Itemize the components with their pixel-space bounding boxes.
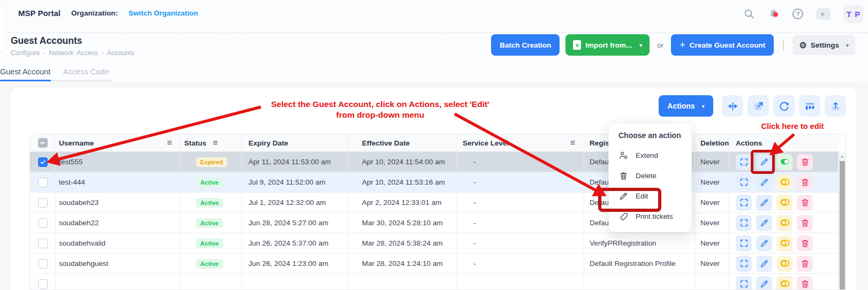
row-delete-button[interactable] <box>797 174 813 190</box>
menu-item-delete[interactable]: Delete <box>609 165 691 186</box>
batch-creation-label: Batch Creation <box>500 41 551 49</box>
row-edit-button[interactable] <box>756 174 772 190</box>
table-scrollbar[interactable]: ▲ <box>838 152 846 290</box>
row-expand-button[interactable] <box>736 154 752 170</box>
cell-effective: Apr 2, 2024 12:33:01 am <box>348 193 457 212</box>
row-delete-button[interactable] <box>797 215 813 231</box>
row-edit-button[interactable] <box>756 154 772 170</box>
table-row-soudabeh22[interactable]: soudabeh22 Active Jun 28, 2024 5:27:00 a… <box>30 213 839 233</box>
open-fullscreen-button[interactable] <box>748 95 769 117</box>
expand-icon <box>739 177 749 187</box>
row-checkbox-checked[interactable] <box>38 157 48 167</box>
actions-dropdown-button[interactable]: Actions ▾ <box>659 95 713 117</box>
pencil-icon <box>759 157 769 167</box>
settings-button[interactable]: ⚙ Settings ▾ <box>792 35 855 55</box>
status-badge-expired: Expired <box>196 157 227 167</box>
collapsed-sidebar-edge[interactable] <box>0 5 6 52</box>
column-menu-icon[interactable]: ≡ <box>570 138 575 148</box>
trash-icon <box>800 197 810 208</box>
table-row-test555[interactable]: test555 Expired Apr 11, 2024 11:53:00 am… <box>30 152 839 172</box>
import-from-button[interactable]: x Import from... ▾ <box>565 34 650 56</box>
row-enable-toggle-off[interactable] <box>776 235 792 251</box>
row-enable-toggle-off[interactable] <box>776 215 792 231</box>
create-guest-account-button[interactable]: + Create Guest Account <box>671 34 774 56</box>
pencil-icon <box>759 197 769 208</box>
column-label-deletion: Deletion <box>700 139 729 147</box>
row-enable-toggle-off[interactable] <box>776 195 792 211</box>
table-row-soudabeh23[interactable]: soudabeh23 Active Jul 1, 2024 12:32:00 a… <box>30 193 839 213</box>
row-enable-toggle-on[interactable] <box>776 154 792 170</box>
row-enable-toggle-off[interactable] <box>776 256 792 272</box>
row-checkbox[interactable] <box>38 239 48 248</box>
row-delete-button[interactable] <box>797 235 813 251</box>
collapse-icon <box>727 101 738 112</box>
table-row-soudabehvalid[interactable]: soudabehvalid Active Jun 26, 2024 5:37:0… <box>30 233 839 254</box>
row-edit-button[interactable] <box>756 256 772 272</box>
row-delete-button[interactable] <box>797 276 813 290</box>
row-checkbox[interactable] <box>38 259 48 269</box>
user-avatar[interactable]: T P <box>843 5 864 23</box>
person-gear-icon <box>618 150 629 161</box>
column-label-actions: Actions <box>736 139 763 147</box>
cell-expiry: Jun 26, 2024 1:23:00 am <box>242 254 348 273</box>
cell-effective: Apr 10, 2024 11:54:00 am <box>348 152 457 172</box>
row-expand-button[interactable] <box>736 215 752 231</box>
cell-username: soudabeh22 <box>56 213 180 233</box>
menu-item-print-tickets[interactable]: Print tickets <box>609 206 691 226</box>
help-icon[interactable]: ? <box>792 9 803 19</box>
row-checkbox[interactable] <box>38 178 48 187</box>
column-menu-icon[interactable]: ≡ <box>213 138 217 148</box>
row-enable-toggle-off[interactable] <box>776 174 792 190</box>
export-button[interactable] <box>825 95 846 117</box>
column-menu-icon[interactable]: ≡ <box>167 138 172 148</box>
expand-icon <box>739 157 749 167</box>
row-enable-toggle-off[interactable] <box>776 276 792 290</box>
header-cell-effective: Effective Date <box>348 134 457 151</box>
scrollbar-thumb[interactable] <box>840 161 845 290</box>
pencil-icon <box>618 191 629 201</box>
row-edit-button[interactable] <box>756 235 772 251</box>
row-edit-button[interactable] <box>756 195 772 211</box>
header-actions: Batch Creation x Import from... ▾ or + C… <box>491 34 855 56</box>
row-checkbox[interactable] <box>38 198 48 208</box>
toggle-off-icon <box>780 279 790 289</box>
row-expand-button[interactable] <box>736 276 752 290</box>
row-delete-button[interactable] <box>797 195 813 211</box>
menu-item-extend[interactable]: Extend <box>609 145 691 165</box>
cell-expiry: Jul 1, 2024 12:32:00 am <box>242 193 348 212</box>
table-row-partial[interactable] <box>30 274 839 290</box>
row-checkbox[interactable] <box>38 218 48 228</box>
row-delete-button[interactable] <box>797 256 813 272</box>
pencil-icon <box>759 258 769 269</box>
columns-icon <box>804 101 816 112</box>
refresh-button[interactable] <box>773 95 795 117</box>
row-expand-button[interactable] <box>736 195 752 211</box>
trash-icon <box>800 279 810 289</box>
table-row-test-444[interactable]: test-444 Active Jul 9, 2024 11:52:00 am … <box>30 172 839 193</box>
columns-button[interactable] <box>799 95 820 117</box>
batch-creation-button[interactable]: Batch Creation <box>491 34 560 56</box>
menu-item-delete-label: Delete <box>636 172 656 180</box>
select-all-checkbox[interactable] <box>38 138 48 148</box>
create-guest-account-label: Create Guest Account <box>690 41 765 49</box>
tab-guest-account[interactable]: Guest Account <box>0 63 51 80</box>
row-expand-button[interactable] <box>736 174 752 190</box>
scrollbar-up-arrow[interactable]: ▲ <box>839 152 846 161</box>
notification-bell-icon[interactable] <box>768 8 780 20</box>
switch-organization-link[interactable]: Switch Organization <box>129 9 198 17</box>
actions-dropdown-menu: Choose an action Extend Delete Edit Prin… <box>608 123 692 232</box>
menu-item-edit[interactable]: Edit <box>609 186 691 206</box>
tour-play-icon[interactable]: ▶ <box>816 8 831 20</box>
toggle-on-icon <box>780 157 790 167</box>
row-expand-button[interactable] <box>736 235 752 251</box>
search-icon[interactable] <box>743 8 755 20</box>
row-edit-button[interactable] <box>756 215 772 231</box>
tab-access-code[interactable]: Access Code <box>63 63 111 80</box>
collapse-table-button[interactable] <box>722 95 743 117</box>
row-edit-button[interactable] <box>756 276 772 290</box>
table-row-soudabehguest[interactable]: soudabehguest Active Jun 26, 2024 1:23:0… <box>30 254 839 274</box>
header-cell-username: Username ≡ <box>56 134 180 151</box>
row-delete-button[interactable] <box>797 154 813 170</box>
row-checkbox[interactable] <box>38 279 48 289</box>
row-expand-button[interactable] <box>736 256 752 272</box>
